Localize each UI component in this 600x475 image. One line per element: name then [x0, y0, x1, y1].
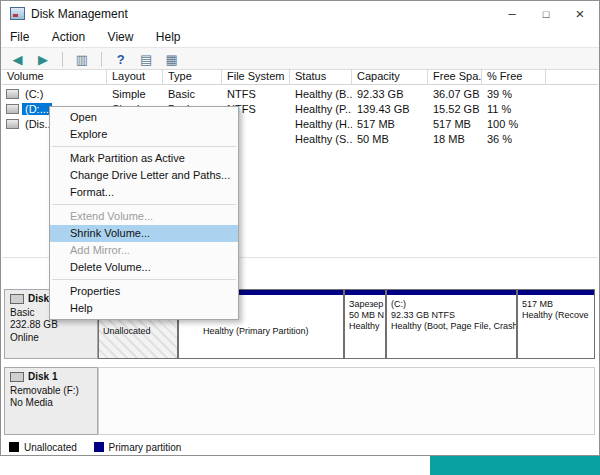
- volume-row-c[interactable]: (C:) Simple Basic NTFS Healthy (B... 92.…: [2, 87, 598, 102]
- help-icon[interactable]: ?: [110, 52, 131, 67]
- partition-c-drive[interactable]: (C:) 92.33 GB NTFS Healthy (Boot, Page F…: [386, 289, 517, 359]
- disk1-type: Removable (F:): [10, 385, 79, 396]
- volume-pct-free: 11 %: [482, 103, 546, 117]
- volume-capacity: 139.43 GB: [352, 103, 428, 117]
- context-menu-item-delete-volume[interactable]: Delete Volume...: [50, 259, 238, 276]
- menu-action[interactable]: Action: [43, 28, 94, 44]
- disk1-label-box[interactable]: Disk 1 Removable (F:) No Media: [4, 367, 98, 435]
- partition-status: Healthy: [349, 321, 380, 331]
- title-bar: Disk Management – □ ×: [1, 1, 599, 27]
- toolbar-separator: [62, 52, 63, 67]
- disk1-status: No Media: [10, 397, 53, 408]
- partition-status: Healthy (Boot, Page File, Crash: [391, 321, 517, 331]
- primary-swatch-icon: [94, 442, 104, 452]
- volume-layout: Simple: [107, 88, 163, 102]
- context-menu-separator: [52, 204, 236, 205]
- context-menu-separator: [52, 146, 236, 147]
- volume-free-space: 18 MB: [428, 133, 482, 147]
- volume-capacity: 92.33 GB: [352, 88, 428, 102]
- column-header-file-system[interactable]: File System: [222, 69, 290, 85]
- menu-help[interactable]: Help: [147, 28, 190, 44]
- context-menu-item-extend-volume: Extend Volume...: [50, 208, 238, 225]
- partition-system-reserved[interactable]: Зарезер 50 MB N Healthy: [344, 289, 386, 359]
- volume-name: (C:): [22, 88, 46, 100]
- views-icon[interactable]: ▦: [161, 52, 182, 67]
- volume-free-space: 36.07 GB: [428, 88, 482, 102]
- close-button[interactable]: ×: [563, 1, 597, 27]
- context-menu-item-mark-partition-active[interactable]: Mark Partition as Active: [50, 150, 238, 167]
- volume-capacity: 50 MB: [352, 133, 428, 147]
- context-menu-item-add-mirror: Add Mirror...: [50, 242, 238, 259]
- context-menu: Open Explore Mark Partition as Active Ch…: [49, 106, 239, 320]
- partition-label: Unallocated: [103, 326, 151, 336]
- volume-pct-free: 100 %: [482, 118, 546, 132]
- action-pane-icon[interactable]: ▤: [136, 52, 157, 67]
- context-menu-separator: [52, 279, 236, 280]
- volume-free-space: 15.52 GB: [428, 103, 482, 117]
- partition-label: Зарезер: [349, 299, 383, 309]
- context-menu-item-change-drive-letter[interactable]: Change Drive Letter and Paths...: [50, 167, 238, 184]
- minimize-button[interactable]: –: [495, 1, 529, 27]
- column-header-free-space[interactable]: Free Spa...: [428, 69, 482, 85]
- context-menu-item-properties[interactable]: Properties: [50, 283, 238, 300]
- volume-capacity: 517 MB: [352, 118, 428, 132]
- context-menu-item-format[interactable]: Format...: [50, 184, 238, 201]
- menu-view[interactable]: View: [99, 28, 143, 44]
- disk1-empty-region[interactable]: [98, 367, 595, 435]
- menu-bar: File Action View Help: [1, 27, 599, 47]
- volume-pct-free: 39 %: [482, 88, 546, 102]
- disk0-size: 232.88 GB: [10, 319, 58, 330]
- legend-unallocated-label: Unallocated: [24, 442, 77, 453]
- forward-icon[interactable]: ▶: [32, 52, 53, 67]
- drive-icon: [6, 89, 19, 99]
- column-header-type[interactable]: Type: [163, 69, 222, 85]
- column-header-capacity[interactable]: Capacity: [352, 69, 428, 85]
- volume-pct-free: 36 %: [482, 133, 546, 147]
- column-header-status[interactable]: Status: [290, 69, 352, 85]
- partition-label: Healthy (Primary Partition): [203, 326, 309, 336]
- volume-file-system: NTFS: [222, 88, 290, 102]
- partition-label: (C:): [391, 299, 406, 309]
- column-header-volume[interactable]: Volume: [2, 69, 107, 85]
- maximize-button[interactable]: □: [529, 1, 563, 27]
- volume-list-header: Volume Layout Type File System Status Ca…: [2, 69, 598, 85]
- column-header-pct-free[interactable]: % Free: [482, 69, 546, 85]
- volume-name: (D:...: [22, 103, 52, 115]
- primary-partition-strip: [345, 290, 385, 295]
- console-tree-icon[interactable]: ▥: [71, 52, 92, 67]
- back-icon[interactable]: ◀: [7, 52, 28, 67]
- volume-status: Healthy (H...: [290, 118, 352, 132]
- partition-size: 50 MB N: [349, 310, 384, 320]
- volume-status: Healthy (S...: [290, 133, 352, 147]
- disk-icon: [10, 294, 24, 304]
- unallocated-swatch-icon: [9, 442, 19, 452]
- toolbar: ◀ ▶ ▥ ? ▤ ▦: [1, 47, 599, 70]
- disk-management-window: Disk Management – □ × File Action View H…: [0, 0, 600, 456]
- desktop-background: [430, 456, 600, 475]
- volume-free-space: 517 MB: [428, 118, 482, 132]
- drive-icon: [6, 104, 19, 114]
- toolbar-separator: [101, 52, 102, 67]
- disk0-type: Basic: [10, 307, 34, 318]
- context-menu-item-open[interactable]: Open: [50, 109, 238, 126]
- partition-size: 517 MB: [522, 299, 553, 309]
- app-icon: [10, 7, 25, 20]
- context-menu-item-explore[interactable]: Explore: [50, 126, 238, 143]
- partition-legend: Unallocated Primary partition: [9, 442, 181, 453]
- context-menu-item-help[interactable]: Help: [50, 300, 238, 317]
- partition-status: Healthy (Recove: [522, 310, 589, 320]
- drive-icon: [6, 119, 19, 129]
- menu-file[interactable]: File: [1, 28, 38, 44]
- primary-partition-strip: [518, 290, 594, 295]
- disk0-status: Online: [10, 332, 39, 343]
- volume-type: Basic: [163, 88, 222, 102]
- partition-size: 92.33 GB NTFS: [391, 310, 455, 320]
- window-title: Disk Management: [31, 7, 128, 21]
- primary-partition-strip: [387, 290, 516, 295]
- removable-disk-icon: [10, 372, 24, 382]
- volume-status: Healthy (B...: [290, 88, 352, 102]
- legend-primary-label: Primary partition: [109, 442, 182, 453]
- partition-recovery[interactable]: 517 MB Healthy (Recove: [517, 289, 595, 359]
- column-header-layout[interactable]: Layout: [107, 69, 163, 85]
- context-menu-item-shrink-volume[interactable]: Shrink Volume...: [50, 225, 238, 242]
